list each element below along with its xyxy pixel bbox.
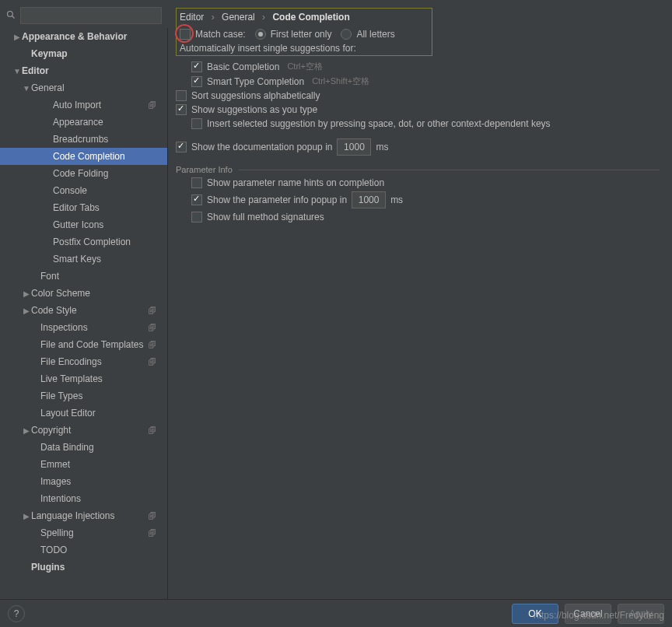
tree-item-label: Images <box>40 476 149 487</box>
tree-item-label: Appearance <box>53 117 149 128</box>
tree-item-code-style[interactable]: ▶Code Style🗐 <box>0 302 167 319</box>
tree-item-code-completion[interactable]: Code Completion <box>0 148 167 165</box>
dialog-footer: ? OK Cancel Apply <box>0 599 672 627</box>
full-sig-checkbox[interactable] <box>191 212 202 222</box>
tree-item-file-encodings[interactable]: File Encodings🗐 <box>0 353 167 370</box>
apply-button[interactable]: Apply <box>618 604 664 624</box>
tree-item-auto-import[interactable]: Auto Import🗐 <box>0 96 167 114</box>
tree-item-label: Intentions <box>40 493 149 504</box>
tree-item-todo[interactable]: TODO <box>0 541 167 559</box>
tree-item-gutter-icons[interactable]: Gutter Icons <box>0 216 167 233</box>
tree-item-language-injections[interactable]: ▶Language Injections🗐 <box>0 507 167 524</box>
param-popup-checkbox[interactable] <box>191 194 202 205</box>
tree-item-label: TODO <box>40 545 149 555</box>
tree-item-font[interactable]: Font <box>0 268 167 285</box>
tree-item-label: Copyright <box>31 425 149 436</box>
expand-arrow-icon: ▼ <box>22 84 31 93</box>
crumb-editor[interactable]: Editor <box>180 12 204 23</box>
insert-on-key-checkbox[interactable] <box>191 118 202 129</box>
sort-alpha-checkbox[interactable] <box>176 90 187 101</box>
crumb-current: Code Completion <box>272 12 349 23</box>
tree-item-editor-tabs[interactable]: Editor Tabs <box>0 199 167 216</box>
tree-item-general[interactable]: ▼General <box>0 79 167 96</box>
svg-point-0 <box>8 11 13 16</box>
help-button[interactable]: ? <box>8 605 25 622</box>
tree-item-label: Auto Import <box>53 100 149 110</box>
tree-item-editor[interactable]: ▼Editor <box>0 62 167 79</box>
match-case-checkbox[interactable] <box>180 29 191 40</box>
expand-arrow-icon: ▼ <box>12 67 22 75</box>
tree-item-label: Smart Keys <box>53 254 149 264</box>
tree-item-label: Data Binding <box>40 442 149 453</box>
tree-item-copyright[interactable]: ▶Copyright🗐 <box>0 422 167 439</box>
settings-tree[interactable]: ▶Appearance & BehaviorKeymap▼Editor▼Gene… <box>0 28 168 599</box>
tree-item-breadcrumbs[interactable]: Breadcrumbs <box>0 131 167 148</box>
tree-item-file-and-code-templates[interactable]: File and Code Templates🗐 <box>0 336 167 353</box>
divider <box>239 170 660 170</box>
param-hints-checkbox[interactable] <box>191 177 202 188</box>
breadcrumb: Editor › General › Code Completion <box>180 12 427 23</box>
tree-item-intentions[interactable]: Intentions <box>0 490 167 507</box>
tree-item-label: Spelling <box>40 527 149 538</box>
tree-item-color-scheme[interactable]: ▶Color Scheme <box>0 285 167 302</box>
expand-arrow-icon: ▶ <box>22 512 31 520</box>
expand-arrow-icon: ▶ <box>22 306 31 315</box>
tree-item-label: Language Injections <box>31 510 149 521</box>
tree-item-code-folding[interactable]: Code Folding <box>0 165 167 182</box>
tree-item-console[interactable]: Console <box>0 182 167 199</box>
doc-popup-checkbox[interactable] <box>176 142 187 152</box>
tree-item-label: Inspections <box>40 322 149 333</box>
tree-item-plugins[interactable]: Plugins <box>0 559 167 576</box>
radio-first-letter-label: First letter only <box>271 29 332 40</box>
tree-item-label: Keymap <box>31 48 149 59</box>
auto-insert-header: Automatically insert single suggestions … <box>180 43 427 54</box>
search-input[interactable] <box>20 7 162 24</box>
radio-first-letter[interactable] <box>255 29 266 40</box>
tree-item-label: Code Completion <box>53 151 149 162</box>
ok-button[interactable]: OK <box>512 604 558 624</box>
tree-item-spelling[interactable]: Spelling🗐 <box>0 524 167 541</box>
tree-item-label: Font <box>40 271 149 282</box>
show-as-type-checkbox[interactable] <box>176 104 187 115</box>
sort-alpha-label: Sort suggestions alphabetically <box>191 90 320 101</box>
radio-all-letters[interactable] <box>341 29 352 40</box>
chevron-right-icon: › <box>262 12 265 23</box>
tree-item-live-templates[interactable]: Live Templates <box>0 370 167 387</box>
basic-completion-shortcut: Ctrl+空格 <box>287 61 323 72</box>
smart-completion-checkbox[interactable] <box>191 76 202 87</box>
project-scope-icon: 🗐 <box>149 101 159 110</box>
tree-item-label: Emmet <box>40 459 149 470</box>
crumb-general[interactable]: General <box>222 12 255 23</box>
tree-item-appearance-behavior[interactable]: ▶Appearance & Behavior <box>0 28 167 45</box>
cancel-button[interactable]: Cancel <box>565 604 611 624</box>
tree-item-keymap[interactable]: Keymap <box>0 45 167 62</box>
tree-item-file-types[interactable]: File Types <box>0 387 167 405</box>
tree-item-images[interactable]: Images <box>0 473 167 490</box>
tree-item-smart-keys[interactable]: Smart Keys <box>0 250 167 268</box>
project-scope-icon: 🗐 <box>149 306 159 315</box>
tree-item-label: Editor <box>22 65 149 76</box>
expand-arrow-icon: ▶ <box>22 289 31 298</box>
tree-item-label: Breadcrumbs <box>53 134 149 145</box>
tree-item-inspections[interactable]: Inspections🗐 <box>0 319 167 336</box>
tree-item-data-binding[interactable]: Data Binding <box>0 439 167 456</box>
tree-item-appearance[interactable]: Appearance <box>0 114 167 131</box>
project-scope-icon: 🗐 <box>149 426 159 435</box>
tree-item-label: Plugins <box>31 562 149 573</box>
search-icon <box>6 10 16 22</box>
doc-popup-input[interactable] <box>337 138 371 156</box>
basic-completion-checkbox[interactable] <box>191 61 202 72</box>
expand-arrow-icon: ▶ <box>22 426 31 435</box>
tree-item-label: Postfix Completion <box>53 236 149 247</box>
doc-popup-unit: ms <box>376 142 388 152</box>
tree-item-postfix-completion[interactable]: Postfix Completion <box>0 233 167 250</box>
tree-item-label: Console <box>53 185 149 196</box>
param-popup-input[interactable] <box>352 191 386 208</box>
param-popup-unit: ms <box>390 194 403 205</box>
tree-item-label: Live Templates <box>40 373 149 384</box>
tree-item-layout-editor[interactable]: Layout Editor <box>0 405 167 422</box>
doc-popup-label: Show the documentation popup in <box>191 142 332 152</box>
tree-item-label: File Encodings <box>40 356 149 367</box>
tree-item-emmet[interactable]: Emmet <box>0 456 167 473</box>
full-sig-label: Show full method signatures <box>207 212 324 222</box>
